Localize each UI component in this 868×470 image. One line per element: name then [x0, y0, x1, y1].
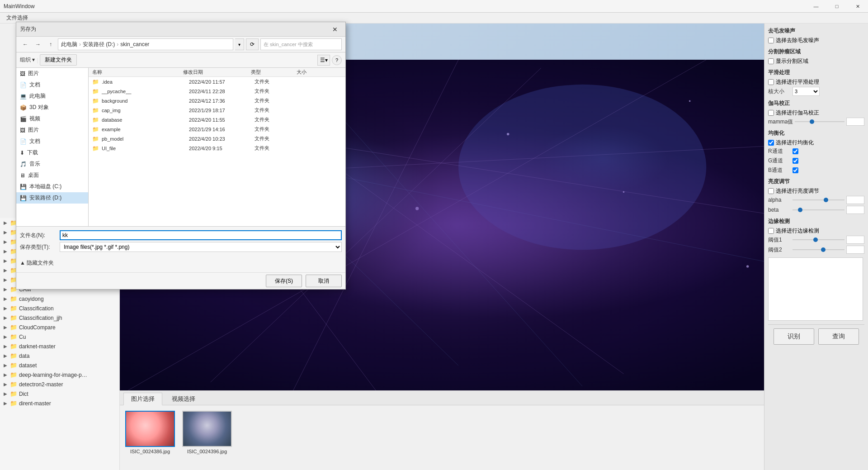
filetype-row: 保存类型(T): Image files(*.jpg *.gif *.png): [20, 242, 342, 252]
dialog-header-toolbar: 组织 ▾ | 新建文件夹 ☰▾ ?: [16, 52, 345, 68]
downloads-label: 下载: [27, 149, 38, 157]
pictures2-icon: 🖼: [20, 127, 25, 133]
nav-forward-button[interactable]: →: [33, 39, 43, 50]
file-row-cap-img[interactable]: 📁 cap_img 2022/1/29 18:17 文件夹: [89, 105, 345, 115]
dialog-title-bar: 另存为 ✕: [16, 22, 345, 37]
dlg-left-pictures2[interactable]: 🖼 图片: [16, 124, 88, 136]
folder-icon: 📁: [92, 117, 99, 123]
videos-icon: 🎬: [20, 116, 27, 122]
nav-up-button[interactable]: ↑: [45, 39, 56, 50]
path-sep-2: ›: [117, 41, 118, 47]
collapse-label: ▲ 隐藏文件夹: [20, 259, 54, 267]
dlg-left-downloads[interactable]: ⬇ 下载: [16, 147, 88, 158]
dialog-bottom: 文件名(N): kk 保存类型(T): Image files(*.jpg *.…: [16, 226, 345, 257]
file-name: cap_img: [102, 108, 189, 113]
pictures2-label: 图片: [28, 126, 39, 134]
dlg-left-desktop[interactable]: 🖥 桌面: [16, 170, 88, 181]
folder-icon: 📁: [92, 98, 99, 104]
window-title: MainWindow: [4, 3, 35, 9]
col-header-type: 类型: [251, 69, 296, 76]
folder-icon: 📁: [92, 107, 99, 114]
folder-icon: 📁: [92, 145, 99, 152]
file-date: 2022/4/20 10:23: [189, 136, 255, 142]
file-name: __pycache__: [102, 89, 189, 94]
collapse-folders-row[interactable]: ▲ 隐藏文件夹: [16, 257, 345, 269]
path-bar[interactable]: 此电脑 › 安装路径 (D:) › skin_cancer: [58, 38, 233, 50]
music-label: 音乐: [29, 160, 40, 168]
org-label[interactable]: 组织 ▾: [20, 56, 35, 64]
documents-icon: 📄: [20, 82, 27, 88]
dlg-left-3d-objects[interactable]: 📦 3D 对象: [16, 102, 88, 113]
dlg-left-install-d[interactable]: 💾 安装路径 (D:): [16, 192, 88, 204]
file-type: 文件夹: [255, 145, 298, 152]
path-skin-cancer: skin_cancer: [120, 41, 149, 47]
file-date: 2022/1/29 14:16: [189, 127, 255, 132]
dlg-left-videos[interactable]: 🎬 视频: [16, 113, 88, 124]
3d-label: 3D 对象: [29, 104, 49, 111]
desktop-label: 桌面: [28, 171, 39, 179]
file-name: database: [102, 117, 189, 123]
cancel-button[interactable]: 取消: [306, 275, 342, 287]
folder-icon: 📁: [92, 79, 99, 85]
file-row-idea[interactable]: 📁 .idea 2022/4/20 11:57 文件夹: [89, 77, 345, 86]
path-install: 安装路径 (D:): [83, 41, 115, 48]
file-row-database[interactable]: 📁 database 2022/4/20 11:55 文件夹: [89, 115, 345, 124]
pictures-icon: 🖼: [20, 71, 25, 77]
view-button[interactable]: ☰▾: [317, 55, 330, 66]
search-box[interactable]: 在 skin_cancer 中搜索: [260, 38, 342, 50]
dialog-file-list: 名称 修改日期 类型 大小 📁 .idea 2022/4/20 11:57 文件…: [89, 68, 345, 226]
file-name: example: [102, 127, 189, 132]
file-row-pb-model[interactable]: 📁 pb_model 2022/4/20 10:23 文件夹: [89, 134, 345, 143]
file-date: 2022/4/20 9:15: [189, 146, 255, 151]
minimize-button[interactable]: —: [806, 0, 826, 13]
filetype-select[interactable]: Image files(*.jpg *.gif *.png): [60, 242, 342, 252]
new-folder-button[interactable]: 新建文件夹: [40, 54, 77, 66]
nav-back-button[interactable]: ←: [20, 39, 31, 50]
dialog-actions: 保存(S) 取消: [16, 272, 345, 289]
file-name: UI_file: [102, 146, 189, 151]
dlg-left-local-c[interactable]: 💾 本地磁盘 (C:): [16, 181, 88, 192]
filename-label: 文件名(N):: [20, 232, 56, 239]
dlg-left-documents[interactable]: 📄 文档: [16, 79, 88, 90]
file-name: .idea: [102, 79, 189, 85]
dialog-content: 🖼 图片 📄 文档 💻 此电脑 📦 3D 对象 🎬 视频: [16, 68, 345, 226]
file-type: 文件夹: [255, 97, 298, 104]
file-row-pycache[interactable]: 📁 __pycache__ 2022/4/11 22:28 文件夹: [89, 86, 345, 96]
file-row-ui-file[interactable]: 📁 UI_file 2022/4/20 9:15 文件夹: [89, 143, 345, 153]
file-type: 文件夹: [255, 126, 298, 133]
file-type: 文件夹: [255, 88, 298, 95]
window-controls: — □ ✕: [806, 0, 868, 13]
dlg-left-pictures[interactable]: 🖼 图片: [16, 68, 88, 79]
file-name: background: [102, 98, 189, 104]
dlg-left-documents2[interactable]: 📄 文档: [16, 136, 88, 147]
save-dialog: 另存为 ✕ ← → ↑ 此电脑 › 安装路径 (D:) › skin_cance…: [16, 22, 346, 290]
3d-icon: 📦: [20, 104, 27, 111]
desktop-icon: 🖥: [20, 172, 25, 179]
file-row-background[interactable]: 📁 background 2022/4/12 17:36 文件夹: [89, 96, 345, 105]
file-type: 文件夹: [255, 116, 298, 123]
downloads-icon: ⬇: [20, 150, 24, 156]
dialog-nav-toolbar: ← → ↑ 此电脑 › 安装路径 (D:) › skin_cancer ▾ ⟳ …: [16, 37, 345, 52]
close-button[interactable]: ✕: [847, 0, 868, 13]
dlg-left-music[interactable]: 🎵 音乐: [16, 158, 88, 170]
dialog-close-button[interactable]: ✕: [325, 22, 345, 37]
path-dropdown-button[interactable]: ▾: [235, 38, 244, 50]
path-this-pc: 此电脑: [61, 41, 77, 48]
maximize-button[interactable]: □: [826, 0, 847, 13]
refresh-button[interactable]: ⟳: [246, 38, 259, 50]
file-row-example[interactable]: 📁 example 2022/1/29 14:16 文件夹: [89, 124, 345, 134]
drive-c-icon: 💾: [20, 184, 27, 190]
save-button[interactable]: 保存(S): [266, 275, 302, 287]
dlg-left-this-pc[interactable]: 💻 此电脑: [16, 90, 88, 102]
drive-d-label: 安装路径 (D:): [29, 194, 61, 202]
path-sep-1: ›: [79, 41, 81, 47]
toolbar-left: 组织 ▾ | 新建文件夹: [20, 54, 77, 66]
filetype-label: 保存类型(T):: [20, 243, 56, 251]
dialog-title: 另存为: [20, 25, 36, 33]
help-button[interactable]: ?: [332, 55, 342, 65]
filename-input[interactable]: kk: [60, 230, 342, 240]
this-pc-label: 此电脑: [29, 92, 46, 100]
toolbar-sep: |: [37, 57, 38, 63]
folder-icon: 📁: [92, 88, 99, 95]
music-icon: 🎵: [20, 161, 27, 167]
